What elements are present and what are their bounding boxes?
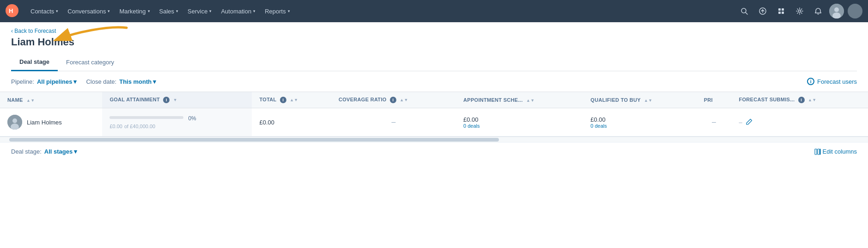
sort-icon[interactable]: ▼ — [173, 98, 177, 102]
cell-name: Liam Holmes — [0, 108, 102, 136]
progress-pct: 0% — [188, 115, 196, 122]
chevron-down-icon: ▾ — [148, 9, 150, 13]
top-navigation: H Contacts ▾ Conversations ▾ Marketing ▾… — [0, 0, 868, 22]
chevron-down-icon: ▾ — [176, 9, 178, 13]
row-avatar — [7, 115, 22, 130]
cell-coverage-ratio: – — [331, 108, 456, 136]
info-circle-icon: i — [807, 78, 814, 85]
horizontal-scrollbar-thumb[interactable] — [9, 138, 499, 142]
deal-stage-dropdown[interactable]: All stages ▾ — [44, 148, 77, 155]
cell-goal-attainment: 0% £0.00 of £40,000.00 — [102, 108, 252, 136]
notifications-icon[interactable] — [811, 4, 826, 19]
marketplace-icon[interactable] — [774, 4, 789, 19]
cell-forecast-submis: – — [731, 108, 868, 136]
appt-deals-link[interactable]: 0 deals — [463, 123, 576, 129]
edit-forecast-button[interactable] — [746, 118, 753, 126]
nav-items: Contacts ▾ Conversations ▾ Marketing ▾ S… — [26, 0, 737, 22]
chevron-down-icon: ▾ — [108, 9, 110, 13]
svg-point-10 — [799, 10, 801, 12]
edit-columns-button[interactable]: Edit columns — [814, 148, 857, 155]
data-table-wrapper: NAME ▲▼ GOAL ATTAINMENT i ▼ TOTAL i ▲▼ — [0, 92, 868, 136]
table-body: Liam Holmes 0% £0.00 of £40,000.00 — [0, 108, 868, 136]
info-icon: i — [798, 97, 805, 103]
sort-icon[interactable]: ▲▼ — [526, 98, 534, 103]
col-forecast-submis: FORECAST SUBMIS... i ▲▼ — [731, 92, 868, 108]
forecast-users-button[interactable]: i Forecast users — [807, 78, 857, 85]
chevron-down-icon: ▾ — [253, 9, 255, 13]
sort-icon[interactable]: ▲▼ — [26, 98, 35, 103]
nav-sales[interactable]: Sales ▾ — [155, 0, 183, 22]
edit-columns-icon — [814, 149, 821, 155]
sort-icon[interactable]: ▲▼ — [644, 98, 652, 103]
bottom-bar-left: Deal stage: All stages ▾ — [11, 148, 77, 155]
nav-service[interactable]: Service ▾ — [183, 0, 216, 22]
toolbar: Pipeline: All pipelines ▾ Close date: Th… — [0, 71, 868, 92]
sort-icon[interactable]: ▲▼ — [808, 98, 816, 102]
nav-contacts[interactable]: Contacts ▾ — [26, 0, 63, 22]
svg-rect-19 — [818, 149, 819, 155]
tab-deal-stage[interactable]: Deal stage — [11, 54, 58, 71]
nav-marketing[interactable]: Marketing ▾ — [115, 0, 154, 22]
tab-forecast-category[interactable]: Forecast category — [58, 54, 122, 71]
table-row: Liam Holmes 0% £0.00 of £40,000.00 — [0, 108, 868, 136]
goal-current: £0.00 — [109, 124, 122, 129]
sort-icon[interactable]: ▲▼ — [400, 98, 408, 102]
cell-total: £0.00 — [252, 108, 331, 136]
svg-rect-7 — [782, 8, 784, 11]
page-container: ‹ Back to Forecast Liam Holmes Deal stag… — [0, 22, 868, 248]
data-table: NAME ▲▼ GOAL ATTAINMENT i ▼ TOTAL i ▲▼ — [0, 92, 868, 136]
info-icon: i — [390, 97, 396, 103]
chevron-down-icon: ▾ — [288, 9, 290, 13]
svg-rect-6 — [778, 8, 781, 11]
svg-rect-18 — [815, 149, 817, 155]
back-to-forecast-link[interactable]: ‹ Back to Forecast — [11, 28, 857, 34]
info-icon: i — [280, 97, 286, 103]
chevron-down-icon: ▾ — [153, 78, 156, 85]
col-coverage-ratio: COVERAGE RATIO i ▲▼ — [331, 92, 456, 108]
toolbar-left: Pipeline: All pipelines ▾ Close date: Th… — [11, 78, 156, 85]
page-title: Liam Holmes — [11, 36, 74, 48]
svg-rect-20 — [820, 149, 820, 155]
horizontal-scrollbar-track[interactable] — [0, 136, 868, 142]
avatar[interactable] — [829, 4, 844, 19]
nav-reports[interactable]: Reports ▾ — [260, 0, 295, 22]
close-date-dropdown[interactable]: This month ▾ — [119, 78, 156, 85]
bottom-bar: Deal stage: All stages ▾ Edit columns — [0, 142, 868, 161]
col-pri: PRI — [697, 92, 732, 108]
col-appointment: APPOINTMENT SCHE... ▲▼ — [456, 92, 583, 108]
progress-bar-wrap — [109, 116, 183, 119]
row-name: Liam Holmes — [27, 119, 62, 126]
col-qualified-to-buy: QUALIFIED TO BUY ▲▼ — [583, 92, 696, 108]
tabs: Deal stage Forecast category — [11, 54, 857, 71]
goal-target: of £40,000.00 — [124, 124, 155, 129]
svg-rect-9 — [782, 12, 784, 14]
nav-conversations[interactable]: Conversations ▾ — [63, 0, 115, 22]
cell-qualified: £0.00 0 deals — [583, 108, 696, 136]
cell-pri: – — [697, 108, 732, 136]
close-date-label: Close date: — [86, 78, 116, 85]
forecast-dash: – — [739, 119, 742, 126]
account-switcher[interactable] — [848, 4, 862, 19]
sort-icon[interactable]: ▲▼ — [290, 98, 298, 102]
chevron-down-icon: ▾ — [56, 9, 58, 13]
upload-icon[interactable] — [755, 4, 770, 19]
nav-right — [737, 4, 862, 19]
svg-point-12 — [834, 7, 839, 12]
chevron-down-icon: ▾ — [209, 9, 212, 13]
col-goal-attainment: GOAL ATTAINMENT i ▼ — [102, 92, 252, 108]
pipeline-dropdown[interactable]: All pipelines ▾ — [37, 78, 77, 85]
page-title-container: Liam Holmes — [11, 36, 74, 54]
nav-automation[interactable]: Automation ▾ — [216, 0, 260, 22]
qualified-deals-link[interactable]: 0 deals — [590, 123, 689, 129]
hubspot-logo[interactable]: H — [6, 4, 18, 19]
deal-stage-label: Deal stage: — [11, 148, 42, 155]
chevron-down-icon: ▾ — [74, 148, 77, 155]
info-icon: i — [163, 97, 170, 103]
chevron-down-icon: ▾ — [73, 78, 77, 85]
svg-line-3 — [746, 12, 747, 14]
svg-rect-8 — [778, 12, 781, 14]
sub-header: ‹ Back to Forecast Liam Holmes Deal stag… — [0, 22, 868, 71]
svg-point-16 — [12, 118, 17, 123]
search-icon[interactable] — [737, 4, 752, 19]
settings-icon[interactable] — [792, 4, 807, 19]
